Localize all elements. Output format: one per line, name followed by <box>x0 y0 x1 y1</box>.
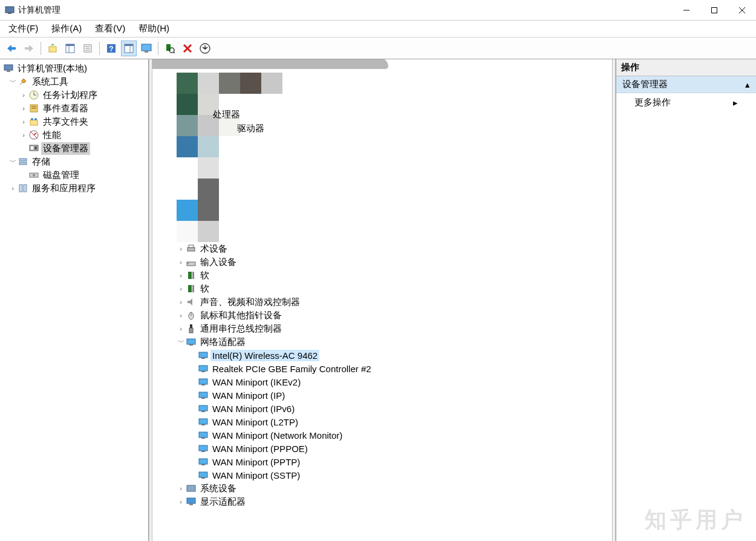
device-item[interactable]: Intel(R) Wireless-AC 9462 <box>152 349 602 362</box>
minimize-button[interactable] <box>673 1 700 20</box>
device-category[interactable]: ›软 <box>152 282 602 295</box>
toolbar-up-button[interactable] <box>45 41 60 56</box>
svg-rect-68 <box>177 200 198 221</box>
svg-rect-95 <box>199 405 207 411</box>
svg-rect-65 <box>198 157 219 179</box>
tree-root[interactable]: 计算机管理(本地) <box>0 62 148 75</box>
tree-item-event-viewer[interactable]: ›事件查看器 <box>0 102 148 115</box>
tree-label: 系统工具 <box>30 76 70 88</box>
device-item[interactable]: WAN Miniport (PPPOE) <box>152 442 602 455</box>
device-item[interactable]: WAN Miniport (PPTP) <box>152 455 602 468</box>
expand-icon[interactable]: › <box>8 185 17 192</box>
actions-more[interactable]: 更多操作 ▸ <box>616 93 756 112</box>
device-category[interactable]: ›鼠标和其他指针设备 <box>152 309 602 322</box>
svg-rect-102 <box>201 451 205 452</box>
soft-icon <box>186 284 196 293</box>
device-item[interactable]: WAN Miniport (L2TP) <box>152 415 602 428</box>
svg-rect-56 <box>261 73 282 94</box>
tree-group-system-tools[interactable]: ﹀ 系统工具 <box>0 75 148 88</box>
system-icon <box>186 484 196 493</box>
svg-rect-51 <box>24 185 27 192</box>
device-category[interactable]: ›输入设备 <box>152 255 602 269</box>
device-category[interactable]: ›通用串行总线控制器 <box>152 322 602 335</box>
svg-rect-92 <box>201 384 205 385</box>
svg-rect-69 <box>198 200 219 221</box>
svg-rect-29 <box>4 65 13 70</box>
navigation-tree[interactable]: 计算机管理(本地) ﹀ 系统工具 ›任务计划程序 ›事件查看器 ›共享文件夹 ›… <box>0 59 149 541</box>
toolbar-show-hide-tree-button[interactable] <box>62 41 78 56</box>
expand-icon[interactable]: › <box>177 245 185 252</box>
censored-region <box>177 73 394 242</box>
svg-rect-23 <box>166 44 171 51</box>
toolbar-enable-button[interactable] <box>197 41 213 56</box>
menu-help[interactable]: 帮助(H) <box>136 21 172 36</box>
expand-icon[interactable]: › <box>19 118 28 125</box>
device-category[interactable]: ›软 <box>152 269 602 282</box>
device-item[interactable]: WAN Miniport (SSTP) <box>152 468 602 482</box>
tree-item-shared-folders[interactable]: ›共享文件夹 <box>0 115 148 128</box>
network-adapter-icon <box>198 430 208 440</box>
tree-group-services[interactable]: ›服务和应用程序 <box>0 182 148 195</box>
menu-file[interactable]: 文件(F) <box>6 21 41 36</box>
device-item[interactable]: Realtek PCIe GBE Family Controller #2 <box>152 362 602 375</box>
maximize-button[interactable] <box>700 1 728 20</box>
device-label: 声音、视频和游戏控制器 <box>198 296 302 309</box>
device-category[interactable]: ›显示适配器 <box>152 495 602 508</box>
svg-rect-107 <box>187 485 195 491</box>
tree-item-performance[interactable]: ›性能 <box>0 128 148 142</box>
svg-rect-67 <box>198 179 219 200</box>
device-label: 软 <box>198 283 211 295</box>
toolbar-properties-button[interactable] <box>80 41 96 56</box>
expand-icon[interactable]: › <box>177 485 185 492</box>
toolbar-show-hide-action-pane-button[interactable] <box>121 41 137 56</box>
expand-icon[interactable]: › <box>19 105 28 112</box>
device-category[interactable]: ›系统设备 <box>152 482 602 495</box>
device-tree[interactable]: ﹀ <box>152 59 602 541</box>
tree-item-task-scheduler[interactable]: ›任务计划程序 <box>0 88 148 102</box>
svg-rect-84 <box>189 328 193 333</box>
expand-icon[interactable]: › <box>177 285 185 292</box>
toolbar-scan-button[interactable] <box>162 41 178 56</box>
actions-pane: 操作 设备管理器 ▴ 更多操作 ▸ <box>616 59 756 541</box>
svg-rect-74 <box>189 245 194 248</box>
device-item[interactable]: WAN Miniport (Network Monitor) <box>152 428 602 442</box>
expand-icon[interactable]: › <box>177 325 185 332</box>
toolbar-back-button[interactable] <box>4 41 19 56</box>
svg-rect-0 <box>5 7 14 13</box>
services-icon <box>18 183 28 193</box>
network-adapter-icon <box>198 417 208 427</box>
toolbar-help-button[interactable]: ? <box>103 41 119 56</box>
collapse-icon[interactable]: ▴ <box>745 79 750 90</box>
device-item[interactable]: WAN Miniport (IPv6) <box>152 402 602 415</box>
svg-rect-37 <box>30 120 37 125</box>
expand-icon[interactable]: › <box>177 312 185 319</box>
expand-icon[interactable]: › <box>19 131 28 139</box>
device-category[interactable]: ›声音、视频和游戏控制器 <box>152 295 602 309</box>
toolbar-uninstall-button[interactable] <box>180 41 195 56</box>
toolbar-monitor-button[interactable] <box>138 41 154 56</box>
device-item-label: WAN Miniport (L2TP) <box>210 416 300 428</box>
device-item-label: WAN Miniport (SSTP) <box>210 470 302 481</box>
svg-rect-55 <box>240 73 261 94</box>
menu-view[interactable]: 查看(V) <box>93 21 128 36</box>
tree-group-storage[interactable]: ﹀存储 <box>0 155 148 168</box>
toolbar-forward-button[interactable] <box>21 41 37 56</box>
menubar: 文件(F) 操作(A) 查看(V) 帮助(H) <box>0 21 756 38</box>
expand-icon[interactable]: › <box>177 498 185 505</box>
expand-icon[interactable]: › <box>19 91 28 99</box>
expand-icon[interactable]: › <box>177 258 185 266</box>
device-item[interactable]: WAN Miniport (IKEv2) <box>152 375 602 389</box>
expand-icon[interactable]: ﹀ <box>8 157 17 166</box>
expand-icon[interactable]: ﹀ <box>177 338 185 347</box>
device-category[interactable]: ﹀网络适配器 <box>152 335 602 349</box>
menu-action[interactable]: 操作(A) <box>49 21 84 36</box>
actions-section[interactable]: 设备管理器 ▴ <box>616 76 756 93</box>
device-item[interactable]: WAN Miniport (IP) <box>152 389 602 402</box>
expand-icon[interactable]: › <box>177 272 185 279</box>
device-category[interactable]: ›术设备 <box>152 242 602 255</box>
expand-icon[interactable]: › <box>177 298 185 306</box>
tree-item-disk-management[interactable]: 磁盘管理 <box>0 168 148 182</box>
close-button[interactable] <box>728 1 756 20</box>
expand-icon[interactable]: ﹀ <box>8 77 17 87</box>
tree-item-device-manager[interactable]: 设备管理器 <box>0 142 148 155</box>
